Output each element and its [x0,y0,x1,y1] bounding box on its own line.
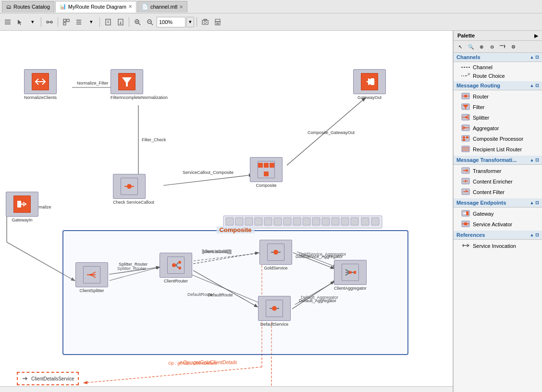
palette-section-label-message-transformation: Message Transformati... [456,157,517,163]
palette-item-channel[interactable]: Channel [454,63,542,72]
palette-title: Palette [457,33,475,38]
node-default-service[interactable]: DefaultService [258,296,291,327]
horizontal-scrollbar[interactable] [0,386,453,392]
palette-section-header-message-transformation[interactable]: Message Transformati... ▲ ⊡ [454,156,542,165]
svg-rect-116 [500,45,504,46]
palette-item-label-content-filter: Content Filter [473,189,505,195]
tab-channel[interactable]: 📄 channel.mtl ✕ [137,1,187,12]
toolbar-btn-print[interactable] [212,16,223,28]
content-enricher-palette-icon [461,178,470,185]
palette-search-btn[interactable]: 🔍 [466,42,476,51]
svg-rect-28 [215,19,220,22]
svg-rect-141 [463,139,465,141]
palette-item-router[interactable]: Router [454,91,542,102]
toolbar-btn-zoom-in[interactable] [132,16,143,28]
svg-rect-67 [293,218,301,225]
palette-zoom-in-btn[interactable]: ⊕ [477,42,486,51]
svg-rect-65 [274,218,282,225]
palette-gear-btn[interactable]: ⚙ [508,42,518,51]
palette-section-toggle-channels[interactable]: ▲ ⊡ [530,55,539,60]
svg-text:[client.isGold()]: [client.isGold()] [203,249,232,254]
palette-section-toggle-message-endpoints[interactable]: ▲ ⊡ [530,200,539,205]
tab-close-channel[interactable]: ✕ [179,4,183,10]
svg-text:Normalize_Filter: Normalize_Filter [77,81,109,86]
toolbar-btn-layout[interactable] [61,16,72,28]
palette-zoom-out-btn[interactable]: ⊖ [487,42,497,51]
svg-rect-75 [371,218,379,225]
palette-toolbar: ↖ 🔍 ⊕ ⊖ ⚙ [454,41,542,53]
toolbar-btn-dropdown1[interactable]: ▾ [27,16,38,28]
palette-menu-btn[interactable] [498,42,507,51]
node-client-splitter[interactable]: ClientSplitter [75,262,108,293]
palette-item-transformer[interactable]: Transformer [454,166,542,176]
tab-label-myroute: MyRoute Route Diagram [68,4,126,10]
palette-section-header-references[interactable]: References ▲ ⊡ [454,231,542,240]
svg-rect-78 [370,78,374,85]
svg-marker-3 [18,20,22,25]
palette-item-recipient-list-router[interactable]: Recipient List Router [454,144,542,155]
svg-line-91 [176,263,178,265]
palette-section-header-channels[interactable]: Channels ▲ ⊡ [454,53,542,62]
node-client-router[interactable]: ClientRouter [160,253,192,283]
node-client-details-service[interactable]: ClientDetailsService [17,372,79,385]
toolbar-btn-menu[interactable] [2,16,13,28]
palette-item-content-filter[interactable]: Content Filter [454,187,542,197]
toolbar-btn-connect[interactable] [44,16,55,28]
svg-rect-159 [464,222,467,225]
tab-myroute[interactable]: 📊 MyRoute Route Diagram ✕ [55,1,136,12]
toolbar-btn-dropdown2[interactable]: ▾ [86,16,97,28]
zoom-input[interactable] [157,17,185,27]
node-check-service-callout[interactable]: Check ServiceCallout [113,174,154,205]
palette-section-toggle-message-routing[interactable]: ▲ ⊡ [530,83,539,88]
svg-line-105 [109,267,160,274]
node-normalize-clients[interactable]: NormalizeClients [24,69,57,100]
palette-item-content-enricher[interactable]: Content Enricher [454,176,542,187]
node-gateway-in[interactable]: GatewayIn [6,192,38,222]
zoom-dropdown[interactable]: ▾ [186,17,194,27]
palette-item-service-invocation[interactable]: Service Invocation [454,241,542,251]
palette-section-label-message-endpoints: Message Endpoints [456,200,506,206]
palette-section-content-message-routing: Router Filter Splitter [454,90,542,156]
palette-collapse-btn[interactable]: ▶ [534,33,538,38]
palette-item-label-filter: Filter [473,104,484,110]
palette-item-gateway[interactable]: Gateway [454,208,542,219]
palette-item-filter[interactable]: Filter [454,102,542,112]
node-gateway-out[interactable]: GatewayOut [353,69,386,100]
toolbar-btn-screenshot[interactable] [199,16,211,28]
svg-line-54 [84,367,262,383]
palette-item-label-recipient-list-router: Recipient List Router [473,147,522,152]
gateway-palette-icon [461,210,470,218]
toolbar-btn-import[interactable] [115,16,126,28]
palette-section-toggle-references[interactable]: ▲ ⊡ [530,233,539,237]
palette-section-header-message-endpoints[interactable]: Message Endpoints ▲ ⊡ [454,198,542,208]
separator1 [41,17,41,27]
palette-section-content-references: Service Invocation [454,240,542,252]
node-filter-incomplete[interactable]: FilterIncompleteNormalization [111,69,154,100]
node-composite[interactable]: Composite [250,157,283,188]
label-client-details-service: ClientDetailsService [31,376,74,381]
palette-section-header-message-routing[interactable]: Message Routing ▲ ⊡ [454,81,542,90]
svg-line-92 [176,265,178,268]
toolbar-btn-select[interactable] [14,16,26,28]
tab-close-myroute[interactable]: ✕ [128,4,132,9]
svg-rect-9 [63,23,66,25]
palette-item-composite-processor[interactable]: Composite Processor [454,134,542,144]
route-choice-palette-icon [461,73,470,79]
palette-item-splitter[interactable]: Splitter [454,112,542,123]
palette-cursor-btn[interactable]: ↖ [456,42,465,51]
toolbar-btn-export[interactable] [102,16,114,28]
palette-section-toggle-message-transformation[interactable]: ▲ ⊡ [530,158,539,162]
diagram-canvas[interactable]: Normalize_Filter Filter_Check ServiceCal… [0,31,453,392]
tab-icon-myroute: 📊 [60,3,66,10]
palette-item-route-choice[interactable]: Route Choice [454,72,542,80]
palette-item-service-activator[interactable]: Service Activator [454,219,542,230]
palette-item-aggregator[interactable]: Aggregator [454,123,542,134]
node-client-aggregator[interactable]: ClientAggregator [334,260,367,291]
tab-routes-catalog[interactable]: 🗂 Routes Catalog [2,1,54,12]
toolbar-btn-arrange[interactable] [73,16,85,28]
svg-line-23 [151,23,153,25]
svg-rect-62 [245,218,253,225]
node-gold-service[interactable]: GoldService [259,240,292,270]
toolbar-btn-zoom-out[interactable] [144,16,156,28]
toolbar: ▾ ▾ ▾ [0,13,542,31]
